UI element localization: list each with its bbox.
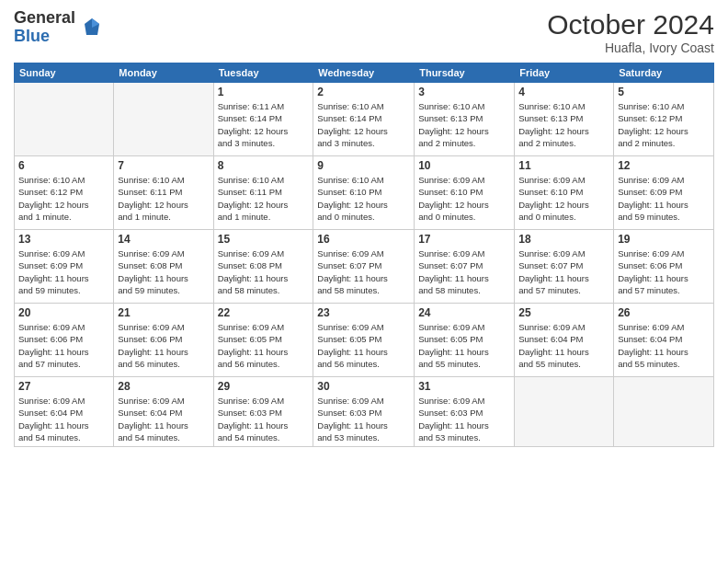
logo-text: General Blue (14, 9, 75, 46)
day-number: 28 (118, 380, 209, 393)
header-monday: Monday (114, 63, 213, 83)
calendar-cell: 13Sunrise: 6:09 AMSunset: 6:09 PMDayligh… (15, 230, 114, 304)
day-info: Sunrise: 6:09 AMSunset: 6:06 PMDaylight:… (118, 321, 209, 370)
day-info: Sunrise: 6:09 AMSunset: 6:04 PMDaylight:… (518, 321, 609, 370)
day-number: 18 (518, 233, 609, 246)
day-number: 7 (118, 159, 209, 172)
day-info: Sunrise: 6:10 AMSunset: 6:12 PMDaylight:… (18, 174, 109, 223)
logo-blue: Blue (14, 28, 75, 46)
logo: General Blue (14, 9, 105, 46)
day-number: 30 (317, 380, 410, 393)
day-number: 2 (317, 86, 410, 98)
header-friday: Friday (515, 63, 614, 83)
day-info: Sunrise: 6:09 AMSunset: 6:05 PMDaylight:… (317, 321, 410, 370)
calendar-cell: 23Sunrise: 6:09 AMSunset: 6:05 PMDayligh… (313, 304, 415, 377)
day-number: 15 (218, 233, 310, 246)
day-number: 12 (618, 159, 710, 172)
calendar-cell (15, 83, 114, 156)
calendar-cell: 6Sunrise: 6:10 AMSunset: 6:12 PMDaylight… (15, 156, 114, 230)
day-info: Sunrise: 6:09 AMSunset: 6:04 PMDaylight:… (18, 395, 109, 443)
day-number: 22 (218, 306, 310, 319)
month-year: October 2024 (547, 9, 714, 40)
logo-icon (79, 15, 105, 40)
calendar-cell: 21Sunrise: 6:09 AMSunset: 6:06 PMDayligh… (114, 304, 213, 377)
day-info: Sunrise: 6:09 AMSunset: 6:07 PMDaylight:… (418, 247, 510, 296)
calendar-cell (114, 83, 213, 156)
day-number: 17 (418, 233, 510, 246)
calendar-cell: 4Sunrise: 6:10 AMSunset: 6:13 PMDaylight… (515, 83, 614, 156)
day-info: Sunrise: 6:09 AMSunset: 6:03 PMDaylight:… (218, 395, 310, 443)
calendar-cell: 1Sunrise: 6:11 AMSunset: 6:14 PMDaylight… (213, 83, 313, 156)
day-number: 20 (18, 306, 109, 319)
day-info: Sunrise: 6:10 AMSunset: 6:14 PMDaylight:… (317, 100, 410, 149)
logo-general: General (14, 9, 75, 28)
header-row: Sunday Monday Tuesday Wednesday Thursday… (15, 63, 714, 83)
calendar-cell: 9Sunrise: 6:10 AMSunset: 6:10 PMDaylight… (313, 156, 415, 230)
day-info: Sunrise: 6:09 AMSunset: 6:07 PMDaylight:… (518, 247, 609, 296)
day-info: Sunrise: 6:09 AMSunset: 6:06 PMDaylight:… (618, 247, 710, 296)
day-number: 3 (418, 86, 510, 98)
day-info: Sunrise: 6:09 AMSunset: 6:09 PMDaylight:… (18, 247, 109, 296)
calendar-cell: 3Sunrise: 6:10 AMSunset: 6:13 PMDaylight… (415, 83, 515, 156)
day-info: Sunrise: 6:09 AMSunset: 6:04 PMDaylight:… (618, 321, 710, 370)
day-info: Sunrise: 6:09 AMSunset: 6:05 PMDaylight:… (218, 321, 310, 370)
header-saturday: Saturday (614, 63, 714, 83)
calendar-cell: 15Sunrise: 6:09 AMSunset: 6:08 PMDayligh… (213, 230, 313, 304)
day-number: 5 (618, 86, 710, 98)
header-sunday: Sunday (15, 63, 114, 83)
day-info: Sunrise: 6:09 AMSunset: 6:03 PMDaylight:… (317, 395, 410, 443)
day-number: 9 (317, 159, 410, 172)
page: General Blue October 2024 Huafla, Ivory … (0, 0, 728, 563)
calendar-cell (614, 377, 714, 447)
day-number: 16 (317, 233, 410, 246)
calendar-cell: 28Sunrise: 6:09 AMSunset: 6:04 PMDayligh… (114, 377, 213, 447)
calendar-cell: 10Sunrise: 6:09 AMSunset: 6:10 PMDayligh… (415, 156, 515, 230)
day-number: 4 (518, 86, 609, 98)
calendar-cell: 18Sunrise: 6:09 AMSunset: 6:07 PMDayligh… (515, 230, 614, 304)
calendar-cell: 5Sunrise: 6:10 AMSunset: 6:12 PMDaylight… (614, 83, 714, 156)
day-number: 14 (118, 233, 209, 246)
day-info: Sunrise: 6:10 AMSunset: 6:12 PMDaylight:… (618, 100, 710, 149)
calendar-cell: 26Sunrise: 6:09 AMSunset: 6:04 PMDayligh… (614, 304, 714, 377)
day-info: Sunrise: 6:10 AMSunset: 6:10 PMDaylight:… (317, 174, 410, 223)
day-number: 21 (118, 306, 209, 319)
calendar-cell: 29Sunrise: 6:09 AMSunset: 6:03 PMDayligh… (213, 377, 313, 447)
day-info: Sunrise: 6:10 AMSunset: 6:11 PMDaylight:… (118, 174, 209, 223)
day-info: Sunrise: 6:09 AMSunset: 6:04 PMDaylight:… (118, 395, 209, 443)
day-info: Sunrise: 6:10 AMSunset: 6:13 PMDaylight:… (418, 100, 510, 149)
calendar: Sunday Monday Tuesday Wednesday Thursday… (14, 63, 714, 447)
day-number: 13 (18, 233, 109, 246)
day-info: Sunrise: 6:09 AMSunset: 6:05 PMDaylight:… (418, 321, 510, 370)
location: Huafla, Ivory Coast (547, 40, 714, 55)
day-info: Sunrise: 6:09 AMSunset: 6:03 PMDaylight:… (418, 395, 510, 443)
day-number: 27 (18, 380, 109, 393)
day-info: Sunrise: 6:09 AMSunset: 6:06 PMDaylight:… (18, 321, 109, 370)
day-info: Sunrise: 6:09 AMSunset: 6:08 PMDaylight:… (218, 247, 310, 296)
day-number: 31 (418, 380, 510, 393)
calendar-cell: 14Sunrise: 6:09 AMSunset: 6:08 PMDayligh… (114, 230, 213, 304)
day-number: 25 (518, 306, 609, 319)
calendar-cell: 31Sunrise: 6:09 AMSunset: 6:03 PMDayligh… (415, 377, 515, 447)
calendar-cell: 2Sunrise: 6:10 AMSunset: 6:14 PMDaylight… (313, 83, 415, 156)
calendar-cell: 17Sunrise: 6:09 AMSunset: 6:07 PMDayligh… (415, 230, 515, 304)
day-info: Sunrise: 6:10 AMSunset: 6:13 PMDaylight:… (518, 100, 609, 149)
day-number: 1 (218, 86, 310, 98)
calendar-cell: 22Sunrise: 6:09 AMSunset: 6:05 PMDayligh… (213, 304, 313, 377)
day-number: 11 (518, 159, 609, 172)
day-info: Sunrise: 6:09 AMSunset: 6:10 PMDaylight:… (518, 174, 609, 223)
header: General Blue October 2024 Huafla, Ivory … (14, 9, 714, 55)
day-number: 6 (18, 159, 109, 172)
day-info: Sunrise: 6:09 AMSunset: 6:07 PMDaylight:… (317, 247, 410, 296)
calendar-cell: 20Sunrise: 6:09 AMSunset: 6:06 PMDayligh… (15, 304, 114, 377)
calendar-cell: 25Sunrise: 6:09 AMSunset: 6:04 PMDayligh… (515, 304, 614, 377)
day-number: 19 (618, 233, 710, 246)
header-wednesday: Wednesday (313, 63, 415, 83)
day-number: 10 (418, 159, 510, 172)
calendar-cell: 19Sunrise: 6:09 AMSunset: 6:06 PMDayligh… (614, 230, 714, 304)
day-number: 29 (218, 380, 310, 393)
calendar-cell: 11Sunrise: 6:09 AMSunset: 6:10 PMDayligh… (515, 156, 614, 230)
day-number: 23 (317, 306, 410, 319)
day-info: Sunrise: 6:09 AMSunset: 6:09 PMDaylight:… (618, 174, 710, 223)
calendar-cell: 24Sunrise: 6:09 AMSunset: 6:05 PMDayligh… (415, 304, 515, 377)
calendar-cell: 7Sunrise: 6:10 AMSunset: 6:11 PMDaylight… (114, 156, 213, 230)
